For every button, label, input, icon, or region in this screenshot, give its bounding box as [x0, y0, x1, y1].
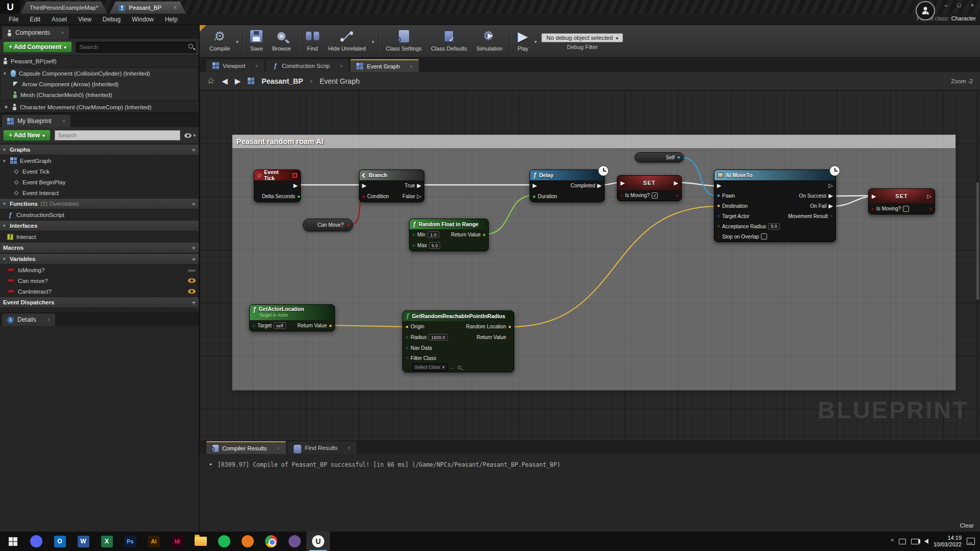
tab-components[interactable]: Components × [2, 27, 69, 39]
clear-button[interactable]: Clear [960, 522, 974, 529]
use-selected-icon[interactable]: ← [450, 365, 455, 370]
start-button[interactable] [1, 532, 25, 551]
menu-help[interactable]: Help [159, 16, 183, 23]
node-set-is-moving-true[interactable]: ▶ SET ▶ ●Is Moving?✓ ● [617, 175, 682, 201]
graph-vertical-scrollbar[interactable] [976, 92, 979, 438]
taskbar-illustrator[interactable]: Ai [142, 532, 165, 551]
node-branch[interactable]: Branch ▶ True▶ ●Condition False▷ [359, 170, 424, 202]
add-function-icon[interactable]: + [192, 200, 196, 208]
node-set-is-moving-false[interactable]: ▶ SET ▷ ●Is Moving? ● [868, 188, 935, 214]
close-icon[interactable]: × [47, 317, 50, 323]
find-button[interactable]: Find [301, 26, 324, 57]
row-var-ismoving[interactable]: IsMoving? [0, 265, 199, 275]
close-icon[interactable]: × [410, 63, 413, 69]
notification-center-icon[interactable] [967, 538, 975, 545]
return-value-pin[interactable]: ● [329, 323, 332, 328]
close-icon[interactable]: × [340, 63, 343, 69]
is-moving-checkbox[interactable] [903, 206, 909, 212]
taskbar-unreal[interactable]: U [306, 532, 330, 551]
add-graph-icon[interactable]: + [192, 146, 196, 154]
tab-construction-script[interactable]: ƒ Construction Scrip × [266, 59, 349, 72]
menu-edit[interactable]: Edit [24, 16, 46, 23]
event-graph-canvas[interactable]: Peasant random roam AI ◇Event Tick ▶ Del [200, 90, 980, 441]
radius-value-field[interactable]: 1500.0 [428, 334, 448, 341]
taskbar-excel[interactable]: X [95, 532, 118, 551]
node-random-float-in-range[interactable]: ƒRandom Float in Range ○Min1.0 Return Va… [409, 219, 489, 251]
window-tab-thirdpersonexamplemap[interactable]: ThirdPersonExampleMap* [20, 2, 107, 14]
component-row-charmovement[interactable]: ⋄ Character Movement (CharMoveComp) (Inh… [0, 102, 199, 112]
close-tab-icon[interactable]: × [173, 4, 177, 11]
class-settings-button[interactable]: Class Settings [381, 26, 426, 57]
menu-view[interactable]: View [73, 16, 97, 23]
maximize-button[interactable]: □ [952, 0, 966, 10]
exec-out-pin[interactable]: ▶ [674, 180, 678, 186]
close-icon[interactable]: × [277, 445, 280, 451]
close-icon[interactable]: × [255, 63, 258, 69]
section-graphs[interactable]: ▾ Graphs + [0, 144, 199, 155]
exec-out-pin[interactable]: ▶ [294, 183, 298, 188]
bool-in-pin[interactable]: ● [620, 193, 623, 198]
debug-object-dropdown[interactable]: No debug object selected▾ [541, 33, 623, 42]
taskbar-spotify[interactable] [212, 532, 236, 551]
radius-pin[interactable]: ○ [405, 335, 409, 340]
component-row-mesh[interactable]: Mesh (CharacterMesh0) (Inherited) [1, 89, 198, 100]
myblueprint-search-input[interactable] [55, 130, 181, 140]
true-exec-pin[interactable]: ▶ [417, 183, 421, 188]
taskbar-clock[interactable]: 14:19 10/03/2022 [934, 535, 962, 548]
exec-in-pin[interactable]: ▶ [717, 183, 721, 188]
play-button[interactable]: ▶ Play [513, 26, 533, 57]
add-dispatcher-icon[interactable]: + [192, 299, 196, 306]
section-interfaces[interactable]: ▾ Interfaces [0, 220, 199, 231]
minimize-button[interactable]: – [939, 0, 952, 10]
destination-pin[interactable]: ● [717, 203, 720, 208]
exec-in-pin[interactable]: ▶ [872, 194, 876, 199]
exec-in-pin[interactable]: ▶ [620, 180, 625, 186]
acceptance-radius-pin[interactable]: ○ [717, 224, 720, 229]
taskbar-chrome[interactable] [259, 532, 283, 551]
breadcrumb-graph[interactable]: Event Graph [320, 77, 360, 85]
tab-viewport[interactable]: Viewport × [206, 59, 265, 72]
section-event-dispatchers[interactable]: Event Dispatchers + [0, 297, 199, 308]
filter-class-pin[interactable]: ○ [405, 355, 409, 361]
window-tab-peasant-bp[interactable]: Peasant_BP × [109, 2, 186, 14]
add-component-button[interactable]: + Add Component▾ [3, 41, 72, 53]
simulation-button[interactable]: ⚙▶ Simulation [472, 26, 507, 57]
display-tray-icon[interactable] [899, 539, 906, 544]
tab-my-blueprint[interactable]: My Blueprint × [2, 115, 70, 127]
expand-arrow-icon[interactable]: ▾ [4, 71, 8, 76]
menu-window[interactable]: Window [126, 16, 159, 23]
node-self[interactable]: Self ● [635, 152, 684, 162]
nav-forward-icon[interactable]: ▶ [235, 77, 241, 86]
browse-asset-icon[interactable] [458, 366, 461, 369]
condition-pin[interactable]: ● [362, 194, 365, 199]
taskbar-indesign[interactable]: Id [165, 532, 189, 551]
row-event-beginplay[interactable]: ◇ Event BeginPlay [0, 177, 199, 187]
acceptance-radius-field[interactable]: 5.0 [768, 223, 780, 230]
max-value-field[interactable]: 5.0 [429, 242, 441, 249]
stop-on-overlap-pin[interactable]: ○ [717, 234, 720, 239]
min-value-field[interactable]: 1.0 [427, 231, 439, 238]
pawn-pin[interactable]: ● [717, 193, 720, 198]
row-event-tick[interactable]: ◇ Event Tick [0, 166, 199, 177]
menu-asset[interactable]: Asset [46, 16, 73, 23]
parent-class-icon[interactable] [916, 1, 935, 20]
random-location-pin[interactable]: ● [508, 324, 511, 329]
stop-on-overlap-checkbox[interactable] [761, 233, 767, 239]
comment-title[interactable]: Peasant random roam AI [232, 135, 955, 148]
on-success-exec-pin[interactable]: ▶ [829, 193, 833, 199]
tray-chevron-icon[interactable]: ^ [891, 538, 894, 545]
taskbar-github[interactable] [283, 532, 306, 551]
hide-unrelated-chevron-icon[interactable]: ▾ [370, 39, 376, 44]
node-ai-move-to[interactable]: AI MoveTo ▶ ▷ ●Pawn On Success▶ ●Destina… [714, 170, 836, 242]
menu-file[interactable]: File [3, 16, 24, 23]
row-constructionscript[interactable]: ƒ ConstructionScript [0, 209, 199, 220]
browse-button[interactable]: Browse [268, 26, 296, 57]
compile-options-chevron-icon[interactable]: ▾ [234, 39, 240, 44]
exec-in-pin[interactable]: ▶ [533, 183, 537, 188]
class-defaults-button[interactable]: Class Defaults [426, 26, 472, 57]
min-pin[interactable]: ○ [412, 232, 415, 237]
view-options-button[interactable]: ▾ [184, 133, 196, 138]
node-get-random-reachable-point[interactable]: ƒGetRandomReachablePointInRadius ●Origin… [402, 310, 514, 372]
bookmark-star-icon[interactable]: ☆ [207, 76, 214, 86]
taskbar-outlook[interactable]: O [48, 532, 71, 551]
